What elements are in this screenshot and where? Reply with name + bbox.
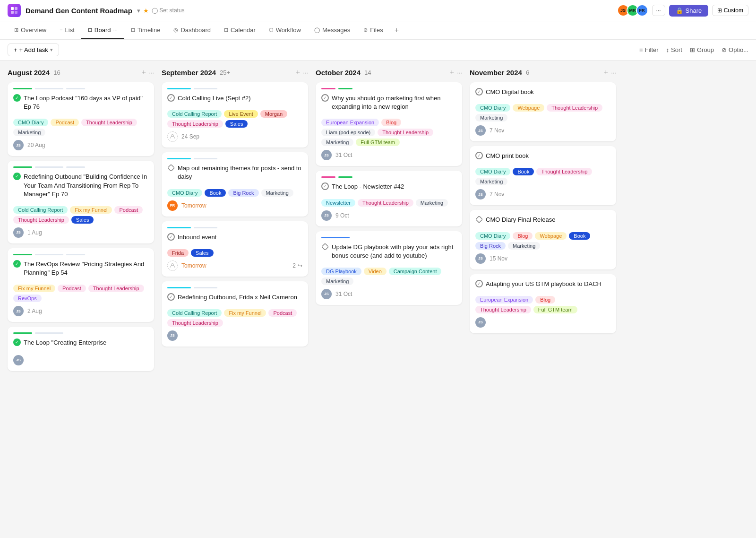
options-action[interactable]: ⊘ Optio... (722, 46, 748, 53)
column-more-button[interactable]: ··· (611, 69, 616, 76)
sort-action[interactable]: ↕ Sort (666, 46, 682, 53)
tag[interactable]: Cold Calling Report (167, 309, 222, 317)
tag[interactable]: Podcast (114, 206, 143, 214)
task-card[interactable]: Map out remaining themes for posts - sen… (162, 152, 308, 216)
tag[interactable]: Marketing (321, 278, 353, 285)
tag[interactable]: Sales (71, 216, 94, 224)
tag[interactable]: Marketing (508, 242, 540, 250)
tag[interactable]: Blog (513, 232, 533, 240)
nav-board[interactable]: ⊟ Board ··· (81, 22, 124, 39)
custom-button[interactable]: ⊞ Custom (712, 5, 748, 16)
tag[interactable]: Cold Calling Report (13, 206, 68, 214)
tag[interactable]: Campaign Content (389, 268, 442, 275)
tag[interactable]: Book (205, 189, 226, 197)
nav-timeline[interactable]: ⊟ Timeline (124, 22, 167, 39)
nav-list[interactable]: ≡ List (53, 22, 81, 39)
tag[interactable]: Fix my Funnel (13, 285, 55, 292)
add-view-button[interactable]: + (390, 21, 404, 39)
column-more-button[interactable]: ··· (149, 69, 154, 76)
tag[interactable]: Marketing (13, 129, 45, 136)
task-card[interactable]: ✓ Inbound event FridaSales Tomorrow 2↪ (162, 221, 308, 277)
share-button[interactable]: 🔒 Share (669, 5, 709, 17)
tag[interactable]: Full GTM team (533, 306, 577, 313)
chevron-down-icon[interactable]: ▾ (137, 7, 140, 14)
task-card[interactable]: ✓ The RevOps Review "Pricing Strategies … (8, 248, 154, 322)
tag[interactable]: Thought Leadership (547, 104, 602, 112)
tag[interactable]: Thought Leadership (378, 129, 433, 136)
tag[interactable]: Big Rock (475, 242, 506, 250)
tag[interactable]: Thought Leadership (167, 120, 223, 128)
tag[interactable]: Marketing (321, 139, 353, 146)
tag[interactable]: Book (569, 232, 590, 240)
tag[interactable]: Fix my Funnel (224, 309, 266, 317)
board-more-icon[interactable]: ··· (113, 27, 118, 33)
tag[interactable]: European Expansion (321, 119, 379, 126)
tag[interactable]: CMO Diary (475, 104, 510, 112)
column-add-button[interactable]: + (450, 68, 454, 77)
task-card[interactable]: ✓ The Loop "Creating Enterprise JS (8, 327, 154, 371)
tag[interactable]: Fix my Funnel (70, 206, 112, 214)
task-card[interactable]: CMO Diary Final Release CMO DiaryBlogWeb… (470, 210, 616, 269)
nav-calendar[interactable]: ⊡ Calendar (217, 22, 262, 39)
tag[interactable]: CMO Diary (13, 119, 48, 126)
tag[interactable]: Thought Leadership (536, 168, 592, 175)
task-card[interactable]: ✓ Why you should go marketing first when… (316, 82, 462, 166)
task-card[interactable]: ✓ Cold Calling Live (Sept #2) Cold Calli… (162, 82, 308, 148)
tag[interactable]: Thought Leadership (358, 199, 413, 207)
tag[interactable]: Sales (191, 249, 214, 257)
tag[interactable]: Morgan (260, 110, 287, 118)
tag[interactable]: Big Rock (228, 189, 258, 197)
tag[interactable]: CMO Diary (167, 189, 202, 197)
tag[interactable]: Liam (pod episode) (321, 129, 375, 136)
task-card[interactable]: ✓ The Loop - Newsletter #42 NewsletterTh… (316, 171, 462, 226)
tag[interactable]: Newsletter (321, 199, 355, 207)
tag[interactable]: RevOps (13, 295, 42, 302)
tag[interactable]: Marketing (416, 199, 448, 207)
tag[interactable]: Frida (167, 249, 189, 257)
task-card[interactable]: ✓ The Loop Podcast "160 days as VP of pa… (8, 82, 154, 156)
tag[interactable]: Podcast (58, 285, 86, 292)
nav-overview[interactable]: ⊞ Overview (8, 22, 53, 39)
tag[interactable]: Marketing (261, 189, 293, 197)
group-action[interactable]: ⊞ Group (690, 46, 714, 53)
tag[interactable]: Thought Leadership (13, 216, 69, 224)
tag[interactable]: CMO Diary (475, 232, 510, 240)
nav-files[interactable]: ⊘ Files (357, 22, 389, 39)
column-add-button[interactable]: + (142, 68, 146, 77)
task-card[interactable]: ✓ CMO print book CMO DiaryBookThought Le… (470, 146, 616, 205)
tag[interactable]: Podcast (51, 119, 79, 126)
tag[interactable]: Thought Leadership (475, 306, 531, 313)
tag[interactable]: Podcast (268, 309, 297, 317)
tag[interactable]: Video (364, 268, 387, 275)
more-button[interactable]: ··· (652, 5, 665, 16)
tag[interactable]: Full GTM team (356, 139, 400, 146)
tag[interactable]: Thought Leadership (81, 119, 137, 126)
nav-dashboard[interactable]: ◎ Dashboard (167, 22, 217, 39)
tag[interactable]: Cold Calling Report (167, 110, 222, 118)
nav-messages[interactable]: ◯ Messages (308, 22, 357, 39)
tag[interactable]: European Expansion (475, 296, 533, 304)
set-status-btn[interactable]: ◯ Set status (152, 7, 185, 14)
tag[interactable]: Webpage (513, 104, 544, 112)
tag[interactable]: Marketing (475, 114, 507, 121)
tag[interactable]: DG Playbook (321, 268, 361, 275)
column-add-button[interactable]: + (296, 68, 300, 77)
task-card[interactable]: Update DG playbook with play your ads ri… (316, 231, 462, 305)
column-add-button[interactable]: + (604, 68, 608, 77)
tag[interactable]: Thought Leadership (167, 319, 223, 327)
tag[interactable]: Sales (225, 120, 248, 128)
column-more-button[interactable]: ··· (457, 69, 462, 76)
tag[interactable]: Blog (535, 296, 555, 304)
task-card[interactable]: ✓ Adapting your US GTM playbook to DACH … (470, 274, 616, 333)
tag[interactable]: CMO Diary (475, 168, 510, 175)
tag[interactable]: Blog (381, 119, 401, 126)
filter-action[interactable]: ≡ Filter (639, 46, 658, 53)
tag[interactable]: Book (513, 168, 534, 175)
column-more-button[interactable]: ··· (303, 69, 308, 76)
tag[interactable]: Webpage (535, 232, 567, 240)
star-icon[interactable]: ★ (143, 7, 149, 14)
add-task-button[interactable]: + + Add task ▾ (8, 43, 59, 56)
tag[interactable]: Live Event (224, 110, 258, 118)
tag[interactable]: Marketing (475, 178, 507, 185)
task-card[interactable]: ✓ Redefining Outbound, Frida x Neil Came… (162, 281, 308, 347)
